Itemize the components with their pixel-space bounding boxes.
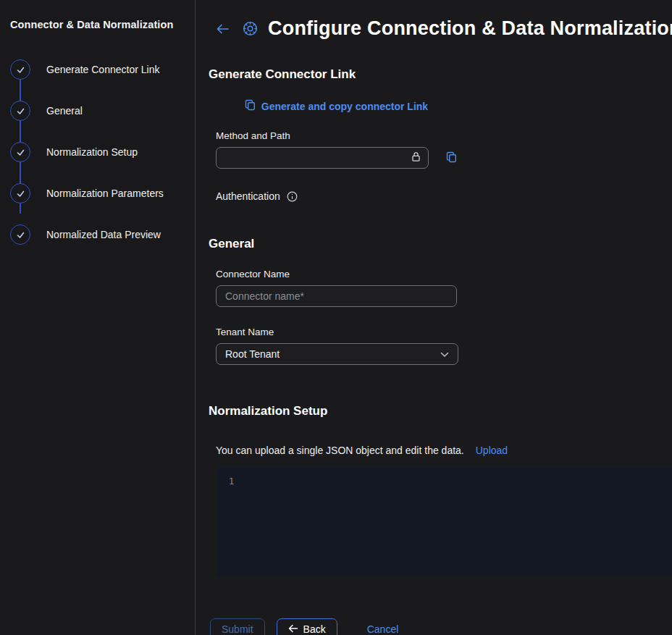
- copy-icon: [245, 99, 256, 113]
- step-label: Normalization Setup: [46, 146, 138, 158]
- section-heading-generate: Generate Connector Link: [209, 67, 672, 82]
- page-title: Configure Connection & Data Normalizatio…: [268, 17, 672, 40]
- method-path-input-wrapper: [216, 147, 429, 169]
- section-heading-normalization: Normalization Setup: [209, 404, 672, 419]
- step-label: Generate Connector Link: [46, 64, 159, 75]
- footer-actions: Submit Back Cancel: [209, 618, 672, 635]
- tenant-selected-value: Root Tenant: [225, 348, 280, 360]
- chevron-down-icon: [440, 348, 449, 361]
- step-complete-check-icon: [10, 142, 30, 162]
- connector-name-input-wrapper: [216, 285, 457, 307]
- authentication-row: Authentication: [216, 190, 457, 202]
- lock-icon: [411, 151, 421, 165]
- json-editor[interactable]: 1: [217, 468, 672, 576]
- step-complete-check-icon: [10, 101, 30, 121]
- step-complete-check-icon: [10, 224, 30, 245]
- step-normalization-parameters[interactable]: Normalization Parameters: [10, 183, 195, 203]
- step-normalization-setup[interactable]: Normalization Setup: [10, 142, 195, 162]
- upload-hint-row: You can upload a single JSON object and …: [216, 445, 672, 456]
- authentication-label: Authentication: [216, 190, 280, 202]
- step-label: Normalized Data Preview: [46, 229, 161, 240]
- step-label: General: [46, 105, 83, 117]
- method-path-input[interactable]: [224, 151, 411, 164]
- generate-copy-link-label: Generate and copy connector Link: [261, 101, 428, 112]
- info-icon[interactable]: [287, 191, 298, 202]
- method-path-label: Method and Path: [216, 130, 457, 141]
- cancel-button[interactable]: Cancel: [356, 619, 410, 635]
- wizard-stepper: Generate Connector Link General Normaliz…: [10, 59, 195, 245]
- step-normalized-data-preview[interactable]: Normalized Data Preview: [10, 224, 195, 245]
- connector-gear-icon: [241, 20, 259, 38]
- tenant-name-label: Tenant Name: [216, 327, 457, 337]
- form-content: Generate Connector Link Generate and cop…: [196, 67, 672, 635]
- section-heading-general: General: [209, 237, 672, 251]
- back-arrow-button[interactable]: [216, 23, 230, 35]
- editor-line-number: 1: [229, 476, 234, 487]
- generate-copy-connector-link-button[interactable]: Generate and copy connector Link: [245, 99, 428, 113]
- step-general[interactable]: General: [10, 101, 195, 121]
- sidebar: Connector & Data Normalization Generate …: [0, 0, 196, 635]
- connector-name-input[interactable]: [224, 290, 449, 303]
- back-arrow-icon: [288, 623, 298, 635]
- method-path-row: [216, 147, 457, 169]
- copy-icon: [446, 151, 457, 165]
- app-root: Connector & Data Normalization Generate …: [0, 0, 672, 635]
- sidebar-title: Connector & Data Normalization: [0, 0, 195, 30]
- page-header: Configure Connection & Data Normalizatio…: [196, 0, 672, 40]
- submit-button[interactable]: Submit: [210, 618, 265, 635]
- step-label: Normalization Parameters: [46, 188, 164, 199]
- step-generate-connector-link[interactable]: Generate Connector Link: [10, 59, 195, 80]
- back-button[interactable]: Back: [277, 618, 337, 635]
- back-button-label: Back: [303, 623, 326, 635]
- tenant-name-select[interactable]: Root Tenant: [216, 343, 458, 365]
- copy-method-path-button[interactable]: [446, 151, 457, 165]
- main-content: Configure Connection & Data Normalizatio…: [196, 0, 672, 635]
- generate-link-row: Generate and copy connector Link: [216, 99, 457, 113]
- step-complete-check-icon: [10, 59, 30, 80]
- upload-hint-text: You can upload a single JSON object and …: [216, 445, 464, 456]
- upload-link[interactable]: Upload: [476, 445, 508, 456]
- step-complete-check-icon: [10, 183, 30, 203]
- connector-name-label: Connector Name: [216, 269, 457, 279]
